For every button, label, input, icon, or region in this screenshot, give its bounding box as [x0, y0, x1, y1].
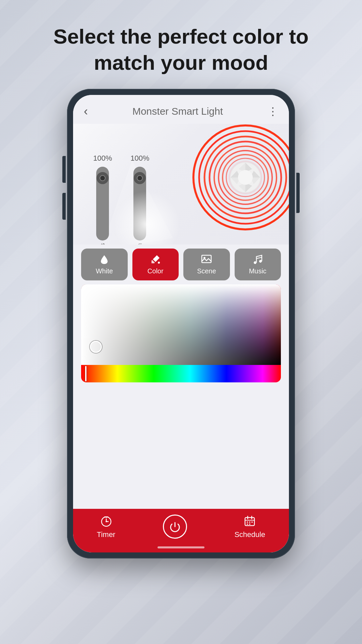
- phone-mockup: ‹ Monster Smart Light ⋮ 100% Brightness: [67, 89, 295, 558]
- app-title: Monster Smart Light: [132, 106, 223, 117]
- svg-point-16: [106, 521, 107, 522]
- light-area: 100% Brightness 100%: [73, 124, 289, 245]
- nav-power[interactable]: [163, 515, 187, 539]
- svg-rect-13: [202, 255, 211, 263]
- svg-rect-19: [249, 522, 250, 523]
- tab-music-label: Music: [249, 267, 266, 275]
- svg-rect-22: [249, 524, 250, 525]
- brightness-value: 100%: [93, 154, 112, 163]
- tab-color[interactable]: Color: [132, 249, 179, 280]
- saturation-value: 100%: [130, 154, 149, 163]
- color-picker[interactable]: [81, 284, 281, 382]
- svg-point-11: [238, 170, 253, 185]
- tab-color-label: Color: [147, 267, 164, 275]
- color-gradient[interactable]: [81, 284, 281, 365]
- nav-timer-label: Timer: [97, 530, 115, 539]
- tab-music[interactable]: Music: [235, 249, 281, 280]
- hue-thumb[interactable]: [85, 366, 86, 381]
- tab-buttons: White Color Scene: [73, 245, 289, 284]
- svg-point-12: [158, 262, 160, 264]
- music-icon: [252, 254, 263, 265]
- brightness-label: Brightness: [99, 243, 106, 245]
- tab-white[interactable]: White: [81, 249, 128, 280]
- home-indicator: [158, 546, 204, 548]
- color-picker-thumb[interactable]: [90, 341, 102, 353]
- svg-rect-21: [247, 524, 248, 525]
- menu-button[interactable]: ⋮: [267, 105, 278, 118]
- tab-scene[interactable]: Scene: [183, 249, 230, 280]
- tab-scene-label: Scene: [197, 267, 216, 275]
- svg-rect-20: [251, 522, 253, 523]
- timer-icon: [100, 514, 113, 528]
- app-header: ‹ Monster Smart Light ⋮: [73, 95, 289, 124]
- image-icon: [201, 254, 212, 265]
- water-drop-icon: [99, 254, 110, 265]
- paint-bucket-icon: [150, 254, 161, 265]
- tab-white-label: White: [96, 267, 113, 275]
- back-button[interactable]: ‹: [84, 104, 88, 118]
- schedule-icon: [243, 514, 256, 528]
- phone-screen: ‹ Monster Smart Light ⋮ 100% Brightness: [73, 95, 289, 552]
- svg-rect-18: [247, 522, 248, 523]
- hue-bar[interactable]: [81, 365, 281, 382]
- power-icon: [168, 519, 182, 534]
- brightness-slider[interactable]: 100% Brightness: [93, 154, 112, 245]
- bottom-nav: Timer: [73, 509, 289, 552]
- nav-schedule-label: Schedule: [234, 530, 265, 539]
- nav-schedule[interactable]: Schedule: [234, 514, 265, 539]
- nav-timer[interactable]: Timer: [97, 514, 115, 539]
- page-title: Select the perfect color to match your m…: [0, 0, 362, 89]
